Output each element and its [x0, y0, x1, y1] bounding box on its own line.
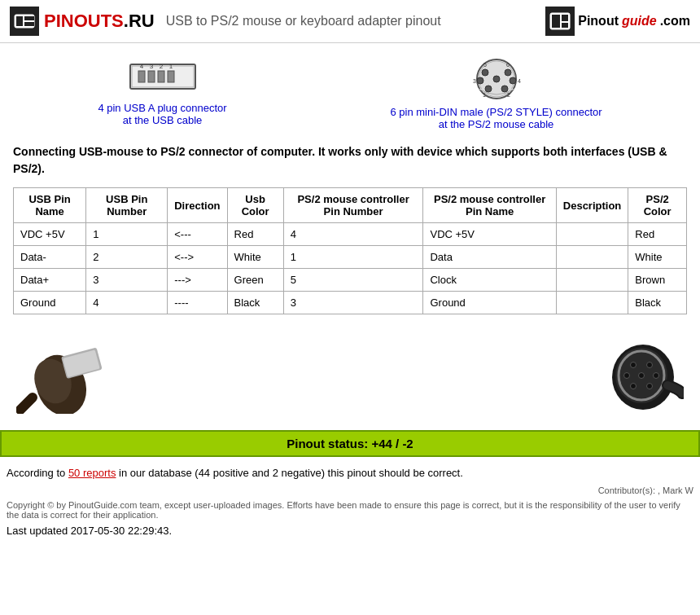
table-cell: Black	[628, 292, 687, 314]
reports-detail: in our database (44 positive and 2 negat…	[119, 467, 463, 479]
according-text: According to	[7, 467, 65, 479]
page-title: USB to PS/2 mouse or keyboard adapter pi…	[166, 14, 441, 29]
svg-rect-13	[168, 71, 174, 82]
header-right: Pinoutguide.com	[545, 7, 690, 36]
svg-rect-6	[562, 15, 568, 21]
col-direction: Direction	[168, 188, 227, 223]
svg-text:4: 4	[139, 63, 143, 70]
col-ps2-color: PS/2 Color	[628, 188, 687, 223]
pinout-table-wrapper: USB Pin Name USB Pin Number Direction Us…	[0, 187, 700, 327]
pinout-guide-logo-icon	[545, 7, 575, 36]
svg-text:1: 1	[168, 63, 173, 70]
svg-rect-10	[138, 71, 145, 82]
usb-plug-image	[16, 340, 114, 414]
usb-connector-diagram: 4 3 2 1	[122, 56, 203, 97]
table-cell: 3	[86, 269, 168, 292]
ps2-connector: 5 6 3 4 1 2 6 pin mini-DIN male (PS/2 ST…	[390, 56, 602, 130]
according-section: According to 50 reports in our database …	[0, 463, 700, 482]
svg-text:3: 3	[473, 78, 476, 84]
table-cell: Red	[628, 223, 687, 246]
table-cell: Ground	[423, 292, 556, 314]
table-row: Data+3--->Green5ClockBrown	[14, 269, 687, 292]
svg-rect-36	[63, 349, 100, 377]
svg-point-29	[485, 86, 492, 92]
table-cell: 5	[283, 269, 423, 292]
svg-text:2: 2	[159, 63, 163, 70]
col-ps2-pin-number: PS/2 mouse controller Pin Number	[283, 188, 423, 223]
images-section	[0, 327, 700, 430]
svg-point-24	[477, 77, 483, 84]
svg-point-45	[631, 384, 637, 389]
ps2-connector-diagram: 5 6 3 4 1 2	[464, 56, 529, 101]
svg-text:5: 5	[483, 62, 487, 68]
svg-text:1: 1	[483, 92, 486, 98]
table-cell	[556, 292, 628, 314]
table-cell: ----	[168, 292, 227, 314]
table-cell: Data	[423, 246, 556, 269]
table-cell: 4	[283, 223, 423, 246]
svg-point-40	[631, 362, 637, 368]
svg-point-31	[501, 86, 508, 92]
svg-point-42	[624, 373, 630, 379]
table-cell	[556, 269, 628, 292]
table-cell: White	[227, 246, 283, 269]
table-cell: 2	[86, 246, 168, 269]
table-cell	[556, 246, 628, 269]
site-name: PINOUTS.RU	[44, 11, 155, 32]
svg-point-27	[510, 77, 516, 84]
table-cell: Clock	[423, 269, 556, 292]
svg-rect-1	[16, 16, 23, 26]
svg-point-43	[639, 373, 645, 379]
col-ps2-pin-name: PS/2 mouse controller Pin Name	[423, 188, 556, 223]
svg-text:6: 6	[506, 62, 510, 68]
header-left: PINOUTS.RU USB to PS/2 mouse or keyboard…	[10, 7, 441, 36]
svg-rect-3	[24, 22, 34, 26]
pinout-guide-brand: Pinoutguide.com	[578, 14, 690, 29]
svg-point-26	[493, 76, 500, 82]
table-cell: White	[628, 246, 687, 269]
table-row: VDC +5V1<---Red4VDC +5VRed	[14, 223, 687, 246]
usb-connector-link[interactable]: 4 pin USB A plug connector at the USB ca…	[98, 102, 226, 126]
svg-text:2: 2	[507, 92, 510, 98]
table-cell: 4	[86, 292, 168, 314]
svg-rect-7	[562, 23, 568, 28]
table-cell: <-->	[168, 246, 227, 269]
col-description: Description	[556, 188, 628, 223]
col-usb-pin-number: USB Pin Number	[86, 188, 168, 223]
svg-point-44	[654, 373, 659, 379]
table-cell: Green	[227, 269, 283, 292]
copyright-text: Copyright © by PinoutGuide.com team, exc…	[0, 499, 700, 521]
svg-rect-5	[552, 15, 560, 28]
ps2-connector-link[interactable]: 6 pin mini-DIN male (PS/2 STYLE) connect…	[390, 106, 602, 130]
table-cell: 1	[283, 246, 423, 269]
connectors-section: 4 3 2 1 4 pin USB A plug connector at th…	[0, 43, 700, 137]
table-cell: Red	[227, 223, 283, 246]
pinout-table: USB Pin Name USB Pin Number Direction Us…	[13, 187, 687, 314]
table-cell: Ground	[14, 292, 86, 314]
table-cell: --->	[168, 269, 227, 292]
svg-rect-11	[148, 71, 155, 82]
last-updated: Last updated 2017-05-30 22:29:43.	[0, 521, 700, 540]
svg-point-20	[482, 69, 488, 76]
status-bar: Pinout status: +44 / -2	[0, 430, 700, 457]
table-cell: Data+	[14, 269, 86, 292]
table-row: Ground4----Black3GroundBlack	[14, 292, 687, 314]
table-cell: Brown	[628, 269, 687, 292]
table-cell: <---	[168, 223, 227, 246]
table-cell: Black	[227, 292, 283, 314]
table-cell: 1	[86, 223, 168, 246]
contributor-info: Contributor(s): , Mark W	[0, 482, 700, 499]
ps2-plug-image	[594, 340, 684, 414]
svg-rect-2	[24, 16, 34, 20]
svg-point-46	[647, 384, 653, 389]
reports-link[interactable]: 50 reports	[68, 467, 116, 479]
svg-point-41	[647, 362, 653, 368]
svg-point-22	[505, 69, 511, 76]
description-text: Connecting USB-mouse to PS/2 connector o…	[0, 137, 700, 187]
header: PINOUTS.RU USB to PS/2 mouse or keyboard…	[0, 0, 700, 43]
svg-text:3: 3	[149, 63, 153, 70]
col-usb-color: Usb Color	[227, 188, 283, 223]
table-cell: 3	[283, 292, 423, 314]
svg-rect-12	[158, 71, 164, 82]
table-row: Data-2<-->White1DataWhite	[14, 246, 687, 269]
